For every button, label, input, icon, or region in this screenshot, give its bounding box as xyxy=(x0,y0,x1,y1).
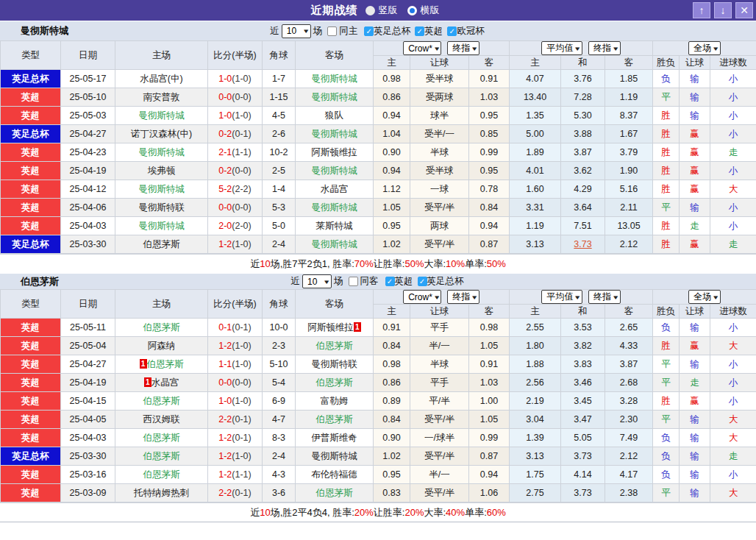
home-team: 曼彻斯特城 xyxy=(115,180,208,199)
euro-home-odds: 2.56 xyxy=(510,374,561,392)
euro-away-odds: 4.33 xyxy=(605,337,653,355)
summary-stat-value: 60% xyxy=(487,507,506,518)
result-wdl: 平 xyxy=(653,484,680,502)
result-handicap: 走 xyxy=(680,217,710,235)
handicap-line: 平手 xyxy=(410,374,469,392)
euro-home-odds: 4.01 xyxy=(510,162,561,180)
euro-draw-odds: 7.28 xyxy=(561,88,605,107)
away-team: 曼彻斯特联 xyxy=(296,355,374,374)
match-date: 25-03-16 xyxy=(61,466,115,484)
handicap-line: 一/球半 xyxy=(410,429,469,447)
corner-score: 1-7 xyxy=(263,70,296,88)
same-away-checkbox[interactable] xyxy=(349,277,358,286)
result-handicap: 输 xyxy=(680,429,710,447)
league-badge: 英超 xyxy=(1,374,61,392)
home-team: 阿森纳 xyxy=(115,337,208,355)
league-filter-checkbox[interactable]: ✓ xyxy=(418,277,427,286)
league-filter-checkbox[interactable]: ✓ xyxy=(415,26,424,36)
summary-stat-value: 50% xyxy=(487,258,506,269)
handicap-stage-select[interactable]: 终指▾ xyxy=(447,290,479,304)
vertical-layout-radio[interactable] xyxy=(365,6,375,15)
corner-score: 5-3 xyxy=(263,199,296,217)
match-row: 英足总杯25-04-27诺丁汉森林(中)0-2(0-1)2-6曼彻斯特城1.04… xyxy=(1,125,756,143)
team-name-text: 水晶宫 xyxy=(151,377,179,388)
euro-stage-select[interactable]: 终指▾ xyxy=(588,41,621,55)
euro-stage-select[interactable]: 终指▾ xyxy=(588,290,621,304)
chevron-down-icon: ▾ xyxy=(613,45,618,52)
handicap-line: 半球 xyxy=(410,143,469,162)
team-name-text: 曼彻斯特城 xyxy=(138,184,185,194)
result-goals: 小 xyxy=(710,125,756,143)
league-filter-checkbox[interactable]: ✓ xyxy=(364,26,374,36)
col-wdl: 胜负 xyxy=(653,56,680,70)
league-filter-checkbox[interactable]: ✓ xyxy=(447,26,457,36)
games-count-select[interactable]: 10▾ xyxy=(282,24,311,38)
corner-score: 3-6 xyxy=(263,484,296,502)
league-filter-checkbox[interactable]: ✓ xyxy=(385,277,395,286)
close-icon[interactable]: ✕ xyxy=(735,2,753,18)
handicap-line: 受两球 xyxy=(410,88,469,107)
euro-source-select[interactable]: 平均值▾ xyxy=(541,290,582,304)
col-home: 主场 xyxy=(115,41,208,70)
home-team: 伯恩茅斯 xyxy=(115,429,208,447)
handicap-stage-select[interactable]: 终指▾ xyxy=(447,41,479,55)
games-count-select[interactable]: 10▾ xyxy=(302,274,332,288)
result-goals: 大 xyxy=(710,337,756,355)
handicap-home-odds: 0.84 xyxy=(374,337,410,355)
col-goals: 进球数 xyxy=(710,305,756,319)
result-wdl: 平 xyxy=(653,411,680,429)
col-score: 比分(半场) xyxy=(208,290,263,319)
match-score: 0-0(0-0) xyxy=(208,199,263,217)
handicap-home-odds: 0.90 xyxy=(374,429,410,447)
handicap-away-odds: 0.95 xyxy=(469,162,510,180)
result-goals: 小 xyxy=(710,392,756,411)
home-team: 西汉姆联 xyxy=(115,411,208,429)
handicap-home-odds: 0.86 xyxy=(374,88,410,107)
match-score: 2-2(0-1) xyxy=(208,411,263,429)
match-score: 2-1(1-1) xyxy=(208,143,263,162)
euro-draw-odds[interactable]: 3.73 xyxy=(561,235,605,254)
away-team: 布伦特福德 xyxy=(296,466,374,484)
match-score: 1-0(1-0) xyxy=(208,70,263,88)
team-name-text: 曼彻斯特城 xyxy=(138,110,185,121)
horizontal-layout-radio[interactable] xyxy=(407,6,417,15)
euro-draw-odds-link[interactable]: 3.73 xyxy=(574,239,591,249)
radio-dot-icon xyxy=(410,8,415,13)
bookmaker-select[interactable]: Crow*▾ xyxy=(403,290,441,304)
handicap-away-odds: 1.05 xyxy=(469,337,510,355)
result-wdl: 负 xyxy=(653,466,680,484)
team-name-text: 诺丁汉森林(中) xyxy=(131,129,192,139)
col-handicap: 让球 xyxy=(410,305,469,319)
match-date: 25-05-11 xyxy=(61,319,115,337)
scope-select[interactable]: 全场▾ xyxy=(688,290,721,304)
result-goals: 小 xyxy=(710,355,756,374)
scope-select[interactable]: 全场▾ xyxy=(688,41,721,55)
euro-draw-odds: 3.53 xyxy=(561,319,605,337)
col-handicap-result: 让球 xyxy=(680,305,710,319)
chevron-down-icon: ▾ xyxy=(472,294,477,301)
handicap-line: 受平/半 xyxy=(410,484,469,502)
euro-source-select[interactable]: 平均值▾ xyxy=(541,41,582,55)
col-euro-home: 主 xyxy=(510,305,561,319)
same-home-checkbox[interactable] xyxy=(327,26,337,36)
away-team: 曼彻斯特城 xyxy=(296,447,374,466)
bookmaker-select[interactable]: Crow*▾ xyxy=(403,41,441,55)
league-filters: ✓英足总杯✓英超✓欧冠杯 xyxy=(361,25,486,38)
handicap-line: 半/一 xyxy=(410,466,469,484)
result-handicap: 输 xyxy=(680,319,710,337)
move-up-button[interactable]: ↑ xyxy=(693,2,710,18)
handicap-home-odds: 0.98 xyxy=(374,355,410,374)
corner-score: 10-0 xyxy=(263,319,296,337)
chevron-down-icon: ▾ xyxy=(713,294,718,301)
result-goals: 小 xyxy=(710,88,756,107)
results-table-man-city: 类型 日期 主场 比分(半场) 角球 客场 Crow*▾ 终指▾ 平均值▾ 终指… xyxy=(0,40,756,254)
euro-draw-odds: 3.87 xyxy=(561,143,605,162)
move-down-button[interactable]: ↓ xyxy=(714,2,732,18)
euro-away-odds: 3.28 xyxy=(605,392,653,411)
handicap-home-odds: 0.83 xyxy=(374,484,410,502)
result-handicap: 输 xyxy=(680,107,710,125)
handicap-home-odds: 0.94 xyxy=(374,107,410,125)
result-wdl: 胜 xyxy=(653,392,680,411)
handicap-home-odds: 0.94 xyxy=(374,162,410,180)
recent-results-panel: 近期战绩 竖版 横版 ↑ ↓ ✕ 曼彻斯特城 近 10▾ 场 同主 ✓英足总杯✓… xyxy=(0,0,756,522)
